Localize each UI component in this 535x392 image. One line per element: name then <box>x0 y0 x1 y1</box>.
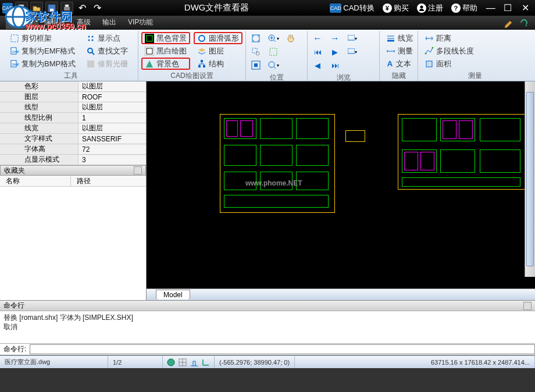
black-bg-button[interactable]: 黑色背景 <box>141 32 190 44</box>
fit-icon[interactable] <box>249 32 263 45</box>
fav-col-name[interactable]: 名称 <box>0 176 71 186</box>
qat-open-icon[interactable] <box>30 2 43 15</box>
register-link[interactable]: 注册 <box>417 3 443 13</box>
copy-emf-button[interactable]: EMF复制为EMF格式 <box>6 45 79 57</box>
pen-icon[interactable] <box>504 17 514 28</box>
help-link[interactable]: ?帮助 <box>451 3 477 13</box>
smooth-arc-button[interactable]: 圆滑弧形 <box>194 32 242 44</box>
menu-editor[interactable]: 编辑器 <box>38 16 71 29</box>
zoom-select-icon[interactable] <box>266 45 280 58</box>
status-grid-icon[interactable] <box>178 358 187 367</box>
qat-print-icon[interactable] <box>60 2 73 15</box>
nav-last-icon[interactable]: ⏭ <box>328 59 342 72</box>
qat-save-icon[interactable] <box>45 2 58 15</box>
panel-tools-caption: 工具 <box>6 70 135 82</box>
svg-text:BMP: BMP <box>12 63 19 66</box>
svg-point-16 <box>92 39 94 41</box>
command-log: 替换 [romant.shx] 字体为 [SIMPLEX.SHX] 取消 <box>0 311 535 344</box>
svg-point-37 <box>425 52 427 54</box>
nav-first-icon[interactable]: ⏮ <box>311 45 324 58</box>
copy-bmp-button[interactable]: BMP复制为BMP格式 <box>6 58 79 70</box>
ribbon: 剪切框架 EMF复制为EMF格式 BMP复制为BMP格式 显示点 查找文字 修剪… <box>0 30 535 81</box>
cmd-pin-icon[interactable] <box>523 302 532 310</box>
status-globe-icon[interactable] <box>166 358 176 367</box>
structure-button[interactable]: 结构 <box>194 58 242 70</box>
svg-rect-8 <box>11 35 18 42</box>
refresh-icon[interactable] <box>519 17 529 28</box>
nav-dd2-icon[interactable]: ▾ <box>345 45 359 58</box>
vertical-scrollbar[interactable] <box>525 81 535 277</box>
drawing-area[interactable]: www.phome.NET Model <box>147 81 535 300</box>
svg-rect-25 <box>198 65 201 67</box>
svg-rect-35 <box>348 35 355 40</box>
panel-settings-caption: CAD绘图设置 <box>141 70 242 82</box>
properties-panel: 色彩以图层 图层ROOF 线型以图层 线型比例1 线宽以图层 文字样式SANSS… <box>0 81 146 165</box>
find-text-button[interactable]: 查找文字 <box>83 45 131 57</box>
qat-redo-icon[interactable]: ↷ <box>91 2 104 15</box>
svg-rect-18 <box>87 60 94 67</box>
prop-val[interactable]: 以图层 <box>79 81 146 91</box>
maximize-button[interactable]: ☐ <box>500 2 515 13</box>
cut-frame-button[interactable]: 剪切框架 <box>6 32 79 44</box>
svg-point-15 <box>88 39 90 41</box>
trim-raster-button[interactable]: 修剪光栅 <box>83 58 131 70</box>
svg-rect-33 <box>270 48 277 55</box>
distance-button[interactable]: 距离 <box>421 32 529 44</box>
svg-rect-31 <box>254 63 258 67</box>
nav-dd1-icon[interactable]: ▾ <box>345 32 359 45</box>
svg-rect-5 <box>64 7 70 10</box>
qat-undo-icon[interactable]: ↶ <box>76 2 88 15</box>
status-page: 1/2 <box>108 356 163 368</box>
lineweight-button[interactable]: 线宽 <box>383 32 415 44</box>
area-button[interactable]: 面积 <box>421 58 529 70</box>
minimize-button[interactable]: — <box>483 2 498 14</box>
menu-viewer[interactable]: 查看器 <box>6 16 38 29</box>
favorites-header: 收藏夹 <box>0 165 146 176</box>
svg-rect-6 <box>65 5 69 7</box>
cad-convert-link[interactable]: CADCAD转换 <box>330 3 374 13</box>
zoom-in-icon[interactable]: ▾ <box>266 32 280 45</box>
qat-new-icon[interactable] <box>15 2 28 15</box>
prop-key: 色彩 <box>0 81 79 91</box>
canvas-watermark: www.phome.NET <box>245 179 302 187</box>
status-coords: (-565.2976; 38990.47; 0) <box>214 356 295 368</box>
zoom-window-icon[interactable] <box>249 45 263 58</box>
statusbar: 医疗室立面.dwg 1/2 (-565.2976; 38990.47; 0) 6… <box>0 355 535 368</box>
nav-fwd-icon[interactable]: → <box>328 32 342 45</box>
svg-rect-4 <box>50 9 54 12</box>
panel-measure-caption: 测量 <box>421 70 529 82</box>
model-tab[interactable]: Model <box>156 290 190 300</box>
svg-point-7 <box>420 5 423 8</box>
nav-back-icon[interactable]: ← <box>311 32 324 45</box>
command-input[interactable] <box>30 344 535 354</box>
buy-link[interactable]: ¥购买 <box>383 3 409 13</box>
zoom-realtime-icon[interactable]: ▾ <box>266 59 280 72</box>
menu-vip[interactable]: VIP功能 <box>122 16 159 29</box>
pin-icon[interactable] <box>134 166 142 174</box>
svg-point-34 <box>269 62 274 67</box>
nav-next-icon[interactable]: ▶ <box>328 45 342 58</box>
text-button[interactable]: A文本 <box>383 58 415 70</box>
app-icon[interactable]: CAD <box>2 3 13 13</box>
nav-prev-icon[interactable]: ◀ <box>311 59 324 72</box>
measure-toggle-button[interactable]: 测量 <box>383 45 415 57</box>
fav-col-path[interactable]: 路径 <box>71 176 91 186</box>
close-button[interactable]: ✕ <box>518 2 533 13</box>
command-header: 命令行 <box>0 301 535 311</box>
svg-point-40 <box>167 359 174 366</box>
menu-advanced[interactable]: 高级 <box>71 16 97 29</box>
bg-color-button[interactable]: 背景色 <box>141 58 190 70</box>
show-points-button[interactable]: 显示点 <box>83 32 131 44</box>
svg-rect-21 <box>145 47 154 56</box>
pan-icon[interactable] <box>284 32 298 45</box>
menu-output[interactable]: 输出 <box>97 16 122 29</box>
polyline-length-button[interactable]: 多段线长度 <box>421 45 529 57</box>
status-ortho-icon[interactable] <box>201 358 211 367</box>
window-title: DWG文件查看器 <box>104 2 330 13</box>
zoom-extents-icon[interactable] <box>249 59 263 72</box>
favorites-list[interactable] <box>0 187 146 300</box>
layers-button[interactable]: 图层 <box>194 45 242 57</box>
status-snap-icon[interactable] <box>190 358 199 367</box>
status-filename: 医疗室立面.dwg <box>0 356 108 368</box>
bw-draw-button[interactable]: 黑白绘图 <box>141 45 190 57</box>
